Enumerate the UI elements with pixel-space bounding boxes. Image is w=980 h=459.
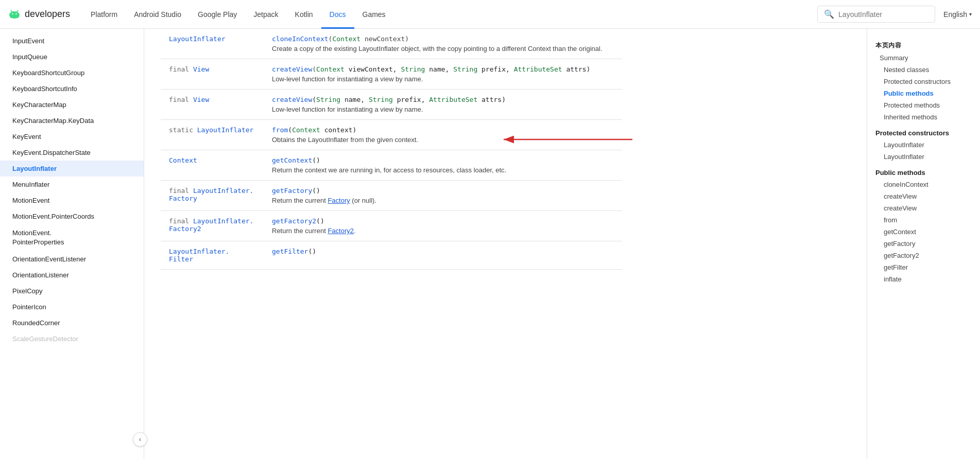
toc-layoutinflater-constructor-2[interactable]: LayoutInflater — [867, 151, 980, 163]
return-type-link[interactable]: View — [193, 65, 209, 73]
svg-rect-1 — [10, 13, 19, 18]
return-type-link[interactable]: LayoutInflater — [197, 126, 254, 134]
android-logo-icon — [8, 8, 21, 21]
search-input[interactable] — [838, 10, 929, 19]
modifier-keyword: final — [169, 65, 193, 73]
sidebar-item-keyevent[interactable]: KeyEvent — [0, 129, 144, 145]
toc-protected-constructors-1[interactable]: Protected constructors — [867, 76, 980, 87]
sidebar-item-keyboardshortcutgroup[interactable]: KeyboardShortcutGroup — [0, 65, 144, 81]
sidebar-item-scalegesturedetector[interactable]: ScaleGestureDetector — [0, 331, 144, 347]
sidebar-item-keyevent-dispatcherstate[interactable]: KeyEvent.DispatcherState — [0, 145, 144, 161]
table-row: final View createView(String name, Strin… — [161, 90, 622, 120]
sidebar-item-motionevent-pointerproperties[interactable]: MotionEvent.PointerProperties — [0, 224, 144, 251]
nav-games[interactable]: Games — [354, 0, 394, 29]
table-row: LayoutInflater.Filter getFilter() — [161, 241, 622, 270]
table-row: final LayoutInflater.Factory2 getFactory… — [161, 211, 622, 241]
sidebar-item-pointericon[interactable]: PointerIcon — [0, 299, 144, 315]
toc-method-createview-1[interactable]: createView — [867, 190, 980, 202]
method-cell: getFilter() — [264, 241, 622, 270]
svg-line-5 — [17, 10, 18, 12]
toc-method-from[interactable]: from — [867, 214, 980, 226]
return-type-link[interactable]: LayoutInflater.Filter — [169, 248, 229, 263]
method-link[interactable]: from — [272, 126, 288, 134]
sidebar-item-motionevent-pointercoords[interactable]: MotionEvent.PointerCoords — [0, 208, 144, 224]
sidebar-item-roundedcorner[interactable]: RoundedCorner — [0, 315, 144, 331]
svg-point-3 — [15, 13, 16, 14]
param-type-link[interactable]: Context — [316, 65, 345, 73]
sidebar-item-motionevent[interactable]: MotionEvent — [0, 192, 144, 208]
param-type-link[interactable]: String — [401, 65, 425, 73]
search-box[interactable]: 🔍 — [817, 6, 935, 23]
return-type-cell: static LayoutInflater — [161, 120, 264, 150]
return-type-cell: Context — [161, 150, 264, 181]
sidebar-item-orientationlistener[interactable]: OrientationListener — [0, 267, 144, 283]
toc-method-getfilter[interactable]: getFilter — [867, 261, 980, 273]
method-description: Return the context we are running in, fo… — [272, 166, 614, 174]
param-type-link[interactable]: String — [316, 96, 340, 103]
param-type-link[interactable]: String — [369, 96, 393, 103]
nav-kotlin[interactable]: Kotlin — [287, 0, 321, 29]
nav-google-play[interactable]: Google Play — [190, 0, 245, 29]
method-cell: getContext() Return the context we are r… — [264, 150, 622, 181]
return-type-cell: final LayoutInflater.Factory2 — [161, 211, 264, 241]
method-link[interactable]: createView — [272, 65, 312, 73]
nav-android-studio[interactable]: Android Studio — [126, 0, 190, 29]
method-signature: getFactory() — [272, 187, 614, 195]
modifier-keyword: final — [169, 187, 193, 195]
toc-method-getfactory[interactable]: getFactory — [867, 238, 980, 250]
method-link[interactable]: createView — [272, 96, 312, 103]
toc-method-inflate[interactable]: inflate — [867, 273, 980, 285]
return-type-link[interactable]: Context — [169, 156, 197, 164]
language-selector[interactable]: English ▾ — [943, 10, 972, 19]
method-description: Create a copy of the existing LayoutInfl… — [272, 45, 614, 52]
logo-text: developers — [25, 9, 70, 20]
sidebar-item-layoutinflater[interactable]: LayoutInflater — [0, 161, 144, 176]
nav-docs[interactable]: Docs — [321, 0, 354, 29]
param-type-link[interactable]: AttributeSet — [514, 65, 562, 73]
nav-jetpack[interactable]: Jetpack — [245, 0, 286, 29]
factory-link[interactable]: Factory — [328, 197, 350, 204]
return-type-link[interactable]: LayoutInflater — [169, 35, 226, 43]
return-type-cell: final LayoutInflater.Factory — [161, 181, 264, 211]
toc-method-createview-2[interactable]: createView — [867, 202, 980, 214]
toc-method-getcontext[interactable]: getContext — [867, 226, 980, 238]
logo-area[interactable]: developers — [8, 8, 70, 21]
sidebar-item-keycharactermap-keydata[interactable]: KeyCharacterMap.KeyData — [0, 113, 144, 129]
sidebar-item-pixelcopy[interactable]: PixelCopy — [0, 283, 144, 299]
toc-protected-methods[interactable]: Protected methods — [867, 99, 980, 111]
method-link[interactable]: getFilter — [272, 248, 308, 255]
return-type-link[interactable]: View — [193, 96, 209, 103]
nav-platform[interactable]: Platform — [82, 0, 126, 29]
method-signature: createView(String name, String prefix, A… — [272, 96, 614, 103]
sidebar-item-orientationeventlistener[interactable]: OrientationEventListener — [0, 251, 144, 267]
method-description: Obtains the LayoutInflater from the give… — [272, 136, 614, 144]
toc-method-getfactory2[interactable]: getFactory2 — [867, 250, 980, 261]
sidebar-item-inputqueue[interactable]: InputQueue — [0, 49, 144, 65]
sidebar-item-inputevent[interactable]: InputEvent — [0, 33, 144, 49]
language-label: English — [943, 10, 967, 19]
param-type-link[interactable]: AttributeSet — [429, 96, 477, 103]
toc-public-methods[interactable]: Public methods — [867, 87, 980, 99]
return-type-cell: final View — [161, 59, 264, 90]
param-type-link[interactable]: Context — [332, 35, 360, 43]
sidebar-collapse-button[interactable]: ‹ — [133, 432, 147, 447]
sidebar-item-keyboardshortcutinfo[interactable]: KeyboardShortcutInfo — [0, 81, 144, 97]
method-link[interactable]: getContext — [272, 156, 312, 164]
toc-layoutinflater-constructor-1[interactable]: LayoutInflater — [867, 139, 980, 151]
method-link[interactable]: cloneInContext — [272, 35, 329, 43]
sidebar-item-menuinflater[interactable]: MenuInflater — [0, 176, 144, 192]
param-type-link[interactable]: String — [453, 65, 477, 73]
sidebar-item-keycharactermap[interactable]: KeyCharacterMap — [0, 97, 144, 113]
toc-inherited-methods[interactable]: Inherited methods — [867, 111, 980, 123]
modifier-keyword: static — [169, 126, 197, 134]
nav-right: 🔍 English ▾ — [817, 6, 972, 23]
param-type-link[interactable]: Context — [292, 126, 320, 134]
factory2-link[interactable]: Factory2 — [328, 227, 354, 235]
toc-method-cloneincontext[interactable]: cloneInContext — [867, 179, 980, 190]
method-link[interactable]: getFactory2 — [272, 217, 316, 225]
toc-nested-classes[interactable]: Nested classes — [867, 64, 980, 76]
method-cell: getFactory() Return the current Factory … — [264, 181, 622, 211]
method-link[interactable]: getFactory — [272, 187, 312, 195]
table-row-from: static LayoutInflater from(Context conte… — [161, 120, 622, 150]
toc-summary[interactable]: Summary — [867, 52, 980, 64]
